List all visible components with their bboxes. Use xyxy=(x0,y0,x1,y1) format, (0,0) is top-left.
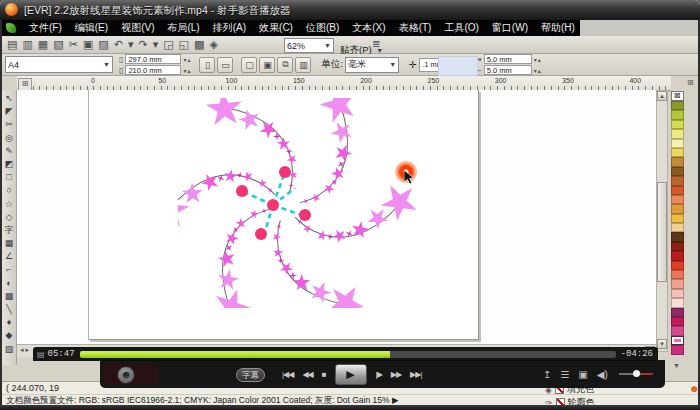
color-swatch[interactable] xyxy=(671,270,684,279)
star-pinwheel-artwork[interactable] xyxy=(178,98,438,308)
connector-tool[interactable]: ⌐ xyxy=(6,264,11,275)
welcome-icon[interactable]: ◈ xyxy=(209,38,217,51)
zoom-level-combo[interactable]: 62% ▼ xyxy=(278,38,334,53)
freehand-tool[interactable]: ✎ xyxy=(5,146,13,157)
undo-dropdown-icon[interactable]: ▾ xyxy=(128,38,134,51)
app-launcher-icon[interactable]: ▩ xyxy=(194,38,204,51)
color-swatch[interactable] xyxy=(671,326,684,335)
color-swatch[interactable] xyxy=(671,242,684,251)
color-swatch[interactable] xyxy=(671,261,684,270)
vertical-scroll-thumb[interactable] xyxy=(657,182,667,282)
play-button[interactable]: ▶ xyxy=(335,364,367,385)
duplicate-x-field[interactable]: 5.0 mm xyxy=(484,54,532,64)
page-width-field[interactable]: 297.0 mm xyxy=(125,54,181,64)
page-layout-button[interactable]: ▣ xyxy=(259,57,275,73)
crop-tool[interactable]: ✂ xyxy=(5,119,13,130)
previous-button[interactable]: |◀◀ xyxy=(282,370,293,379)
redo-icon[interactable]: ↷ xyxy=(138,38,147,51)
volume-slider[interactable] xyxy=(619,373,653,375)
color-swatch[interactable] xyxy=(671,120,684,129)
color-swatch[interactable] xyxy=(671,157,684,166)
color-swatch[interactable] xyxy=(671,345,684,354)
paste-icon[interactable]: ▨ xyxy=(98,38,108,51)
stop-button[interactable]: ■ xyxy=(322,370,326,379)
color-swatch[interactable] xyxy=(671,298,684,307)
menu-window[interactable]: 窗口(W) xyxy=(492,21,528,35)
page-layout-button[interactable]: ▢ xyxy=(241,57,257,73)
color-swatch[interactable] xyxy=(671,176,684,185)
spinner-icon[interactable]: ▾▴ xyxy=(183,56,191,63)
step-forward-button[interactable]: |▶ xyxy=(376,370,382,379)
title-bar[interactable]: [EVR] 2.2放射线星星装饰元素制作.mp4 - 射手影音播放器 xyxy=(0,0,700,20)
shape-tool[interactable]: ◤ xyxy=(6,106,13,117)
import-icon[interactable]: ◲ xyxy=(163,38,173,51)
undo-icon[interactable]: ↶ xyxy=(114,38,123,51)
color-swatch[interactable] xyxy=(671,251,684,260)
palette-options-icon[interactable]: ⊞ xyxy=(687,78,694,87)
menu-arrange[interactable]: 排列(A) xyxy=(213,21,246,35)
outline-pen-tool[interactable]: ♦ xyxy=(7,317,12,328)
color-swatch[interactable] xyxy=(671,336,684,345)
color-swatch[interactable] xyxy=(671,232,684,241)
page-height-field[interactable]: 210.0 mm xyxy=(125,65,181,75)
menu-edit[interactable]: 编辑(E) xyxy=(75,21,108,35)
user-status-icon[interactable]: ☻ xyxy=(689,383,700,394)
menu-help[interactable]: 帮助(H) xyxy=(541,21,575,35)
color-swatch[interactable] xyxy=(671,279,684,288)
paper-size-combo[interactable]: A4 ▼ xyxy=(5,56,113,73)
blend-tool[interactable]: ◐ xyxy=(6,278,11,289)
spinner-icon[interactable]: ▾▴ xyxy=(534,56,542,63)
save-icon[interactable]: ▦ xyxy=(38,38,48,51)
portrait-button[interactable]: ▯ xyxy=(199,57,215,73)
redo-dropdown-icon[interactable]: ▾ xyxy=(153,38,159,51)
copy-icon[interactable]: ▣ xyxy=(83,38,93,51)
ellipse-tool[interactable]: ○ xyxy=(6,185,11,196)
landscape-button[interactable]: ▭ xyxy=(217,57,233,73)
basic-shapes-tool[interactable]: ◇ xyxy=(6,212,13,223)
open-icon[interactable]: ▥ xyxy=(22,38,32,51)
dimension-tool[interactable]: ∠ xyxy=(5,251,13,262)
color-swatch[interactable] xyxy=(671,204,684,213)
fast-forward-button[interactable]: ▶▶ xyxy=(391,370,401,379)
spinner-icon[interactable]: ▾▴ xyxy=(183,67,191,74)
menu-effects[interactable]: 效果(C) xyxy=(259,21,293,35)
open-file-icon[interactable]: ↥ xyxy=(543,369,551,380)
new-icon[interactable]: ▤ xyxy=(7,38,17,51)
menu-text[interactable]: 文本(X) xyxy=(352,21,385,35)
next-button[interactable]: ▶▶| xyxy=(410,370,421,379)
color-swatch[interactable] xyxy=(671,110,684,119)
rewind-button[interactable]: ◀◀ xyxy=(302,370,312,379)
pick-tool[interactable]: ↖ xyxy=(5,93,13,104)
color-swatch[interactable] xyxy=(671,167,684,176)
scroll-up-icon[interactable]: ▲ xyxy=(657,91,667,101)
color-swatch[interactable] xyxy=(671,129,684,138)
toolbar-options-icon[interactable]: ≣ xyxy=(372,38,380,49)
unit-combo[interactable]: 毫米 ▼ xyxy=(345,57,399,73)
color-swatch[interactable] xyxy=(671,186,684,195)
text-tool[interactable]: 字 xyxy=(5,225,14,236)
palette-scroll-down-icon[interactable]: ▼ xyxy=(673,362,680,369)
volume-slider-knob[interactable] xyxy=(633,370,640,377)
menu-table[interactable]: 表格(T) xyxy=(399,21,432,35)
playlist-icon[interactable]: ☰ xyxy=(560,369,569,380)
color-swatch[interactable] xyxy=(671,289,684,298)
page-layout-button[interactable]: ⧉ xyxy=(277,57,293,73)
table-tool[interactable]: ▦ xyxy=(5,238,14,249)
eyedropper-tool[interactable]: ╲ xyxy=(6,304,11,315)
fill-tool[interactable]: ◆ xyxy=(6,330,13,341)
color-swatch[interactable] xyxy=(671,139,684,148)
color-swatch[interactable] xyxy=(671,148,684,157)
duplicate-y-field[interactable]: 5.0 mm xyxy=(484,65,532,75)
color-swatch[interactable] xyxy=(671,101,684,110)
seek-bar[interactable] xyxy=(80,351,616,358)
color-swatch[interactable] xyxy=(671,214,684,223)
print-icon[interactable]: ▧ xyxy=(53,38,63,51)
color-swatch[interactable] xyxy=(671,223,684,232)
rectangle-tool[interactable]: □ xyxy=(6,172,11,183)
snapshot-icon[interactable]: ▣ xyxy=(578,369,587,380)
page-layout-button[interactable]: ▥ xyxy=(295,57,311,73)
menu-layout[interactable]: 布局(L) xyxy=(167,21,199,35)
color-swatch[interactable] xyxy=(671,195,684,204)
export-icon[interactable]: ◱ xyxy=(179,38,189,51)
menu-bitmaps[interactable]: 位图(B) xyxy=(306,21,339,35)
